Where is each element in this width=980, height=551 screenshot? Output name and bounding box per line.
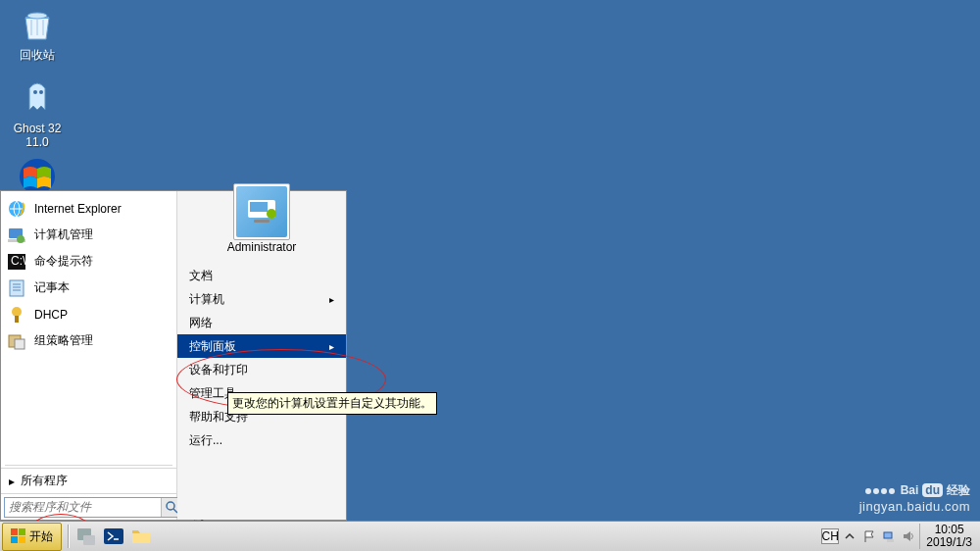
svg-rect-19 [254,220,270,223]
network-icon [882,529,896,543]
menu-documents[interactable]: 文档 [177,264,346,287]
ie-icon [7,199,26,219]
svg-point-11 [12,307,22,317]
menu-label: 运行... [189,432,222,449]
desktop-icon-recycle-bin[interactable]: 回收站 [3,6,72,64]
svg-rect-12 [15,316,19,323]
windows-logo-icon [11,528,26,544]
all-programs-button[interactable]: ▸ 所有程序 [1,468,176,493]
desktop-icon-ghost[interactable]: Ghost 32 11.0 [3,80,72,149]
start-item-label: DHCP [34,308,68,322]
start-item-label: 计算机管理 [34,226,93,243]
taskbar-pinned-explorer[interactable] [129,525,153,548]
tooltip-text: 更改您的计算机设置并自定义其功能。 [232,396,432,410]
computer-management-icon [7,225,26,245]
start-item-label: 记事本 [34,279,70,296]
watermark: Baidu 经验 jingyan.baidu.com [859,482,970,514]
start-item-group-policy[interactable]: 组策略管理 [1,327,176,354]
group-policy-icon [7,331,26,351]
menu-label: 网络 [189,315,213,331]
start-item-label: 命令提示符 [34,253,93,270]
powershell-icon [103,526,124,547]
svg-point-1 [33,90,37,94]
server-manager-icon [75,526,97,547]
speaker-icon [902,529,915,543]
start-item-label: Internet Explorer [34,202,122,216]
menu-label: 文档 [189,268,213,284]
tray-hidden-icons-button[interactable] [841,528,858,544]
svg-point-7 [17,235,24,243]
desktop[interactable]: 回收站 Ghost 32 11.0 Internet Explorer 计算机管… [0,0,980,551]
start-item-computer-management[interactable]: 计算机管理 [1,222,176,248]
start-item-dhcp[interactable]: DHCP [1,301,176,327]
desktop-icon-label: Ghost 32 [3,122,72,135]
svg-rect-17 [250,202,268,212]
language-indicator[interactable]: CH [821,528,839,544]
separator [68,525,69,548]
start-menu: Internet Explorer 计算机管理 C:\ 命令提示符 记事本 DH… [0,190,347,521]
svg-rect-20 [11,528,18,535]
clock-date: 2019/1/3 [926,536,972,549]
search-input[interactable] [5,500,161,514]
svg-point-18 [267,209,276,219]
tray-action-center-icon[interactable] [860,528,878,544]
start-item-cmd[interactable]: C:\ 命令提示符 [1,248,176,275]
start-item-internet-explorer[interactable]: Internet Explorer [1,195,176,222]
menu-network[interactable]: 网络 [177,311,346,334]
svg-point-2 [39,90,43,94]
svg-rect-23 [19,536,25,543]
user-avatar-icon [236,186,287,237]
menu-devices-printers[interactable]: 设备和打印 [177,358,346,381]
all-programs-label: 所有程序 [21,473,68,489]
svg-point-0 [27,13,47,19]
start-menu-bottom-bar: 关机 ▸ [1,493,176,520]
svg-rect-22 [11,536,18,543]
taskbar-clock[interactable]: 10:05 2019/1/3 [919,524,978,549]
svg-rect-25 [83,535,95,545]
svg-rect-27 [884,532,892,538]
ghost-icon [18,80,57,120]
start-menu-left-panel: Internet Explorer 计算机管理 C:\ 命令提示符 记事本 DH… [1,191,177,520]
arrow-right-icon: ▸ [9,475,15,488]
user-picture[interactable] [233,183,290,240]
tray-network-icon[interactable] [880,528,898,544]
start-button[interactable]: 开始 [2,523,62,551]
separator [5,465,172,466]
svg-text:C:\: C:\ [11,254,26,268]
folder-icon [130,526,152,547]
dhcp-icon [7,305,26,325]
chevron-right-icon: ▸ [329,294,334,305]
desktop-icon-label-line2: 11.0 [3,135,72,149]
system-tray: CH 10:05 2019/1/3 [819,522,980,551]
start-label: 开始 [29,528,53,545]
paw-icon [865,488,895,494]
start-menu-right-panel: Administrator 文档 计算机▸ 网络 控制面板▸ 设备和打印 管理工… [177,191,346,520]
svg-rect-10 [10,280,24,296]
chevron-up-icon [843,529,857,543]
tooltip: 更改您的计算机设置并自定义其功能。 [227,392,437,415]
user-name: Administrator [227,240,297,254]
cmd-icon: C:\ [7,252,26,272]
menu-computer[interactable]: 计算机▸ [177,287,346,311]
recycle-bin-icon [18,6,57,45]
tray-volume-icon[interactable] [900,528,917,544]
taskbar-pinned-server-manager[interactable] [74,525,98,548]
menu-label: 设备和打印 [189,362,248,378]
taskbar-pinned-powershell[interactable] [102,525,125,548]
start-item-label: 组策略管理 [34,332,93,349]
svg-rect-21 [19,528,25,535]
search-box[interactable] [4,497,181,518]
taskbar: 开始 CH 10:05 [0,521,980,551]
menu-run[interactable]: 运行... [177,428,346,452]
menu-label: 控制面板 [189,338,236,355]
chevron-right-icon: ▸ [329,341,334,352]
menu-control-panel[interactable]: 控制面板▸ [177,334,346,358]
svg-point-15 [167,502,174,510]
svg-rect-28 [887,539,894,542]
start-item-notepad[interactable]: 记事本 [1,275,176,301]
user-tile: Administrator [177,191,346,258]
desktop-icon-label: 回收站 [3,47,72,64]
notepad-icon [7,278,26,298]
svg-rect-14 [15,339,24,349]
flag-icon [862,529,876,543]
